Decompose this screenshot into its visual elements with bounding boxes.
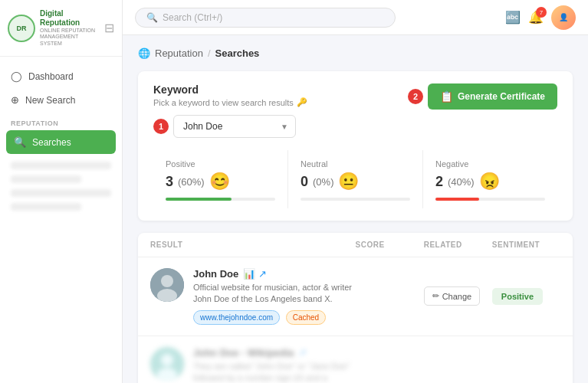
sidebar-item-searches-label: Searches [32, 137, 71, 148]
stat-negative-bar [435, 198, 545, 201]
stat-positive-number: 3 [166, 174, 173, 190]
col-score: SCORE [356, 241, 424, 249]
keyword-hint-text: Pick a keyword to view search results [153, 98, 294, 107]
generate-btn-label: Generate Certificate [458, 91, 545, 102]
sidebar-item-dashboard[interactable]: ◯ Dashboard [0, 64, 122, 88]
change-button-1[interactable]: ✏ Change [424, 286, 481, 306]
sidebar: DR Digital Reputation ONLINE REPUTATION … [0, 0, 123, 383]
sidebar-item-new-search[interactable]: ⊕ New Search [0, 88, 122, 112]
keyword-select[interactable]: John Doe Jane Doe [173, 115, 296, 138]
logo-icon: DR [8, 15, 35, 42]
col-sentiment: SENTIMENT [492, 241, 560, 249]
generate-certificate-button[interactable]: 📋 Generate Certificate [428, 83, 557, 110]
user-avatar[interactable]: 👤 [551, 5, 576, 30]
sidebar-item-searches[interactable]: 🔍 Searches [6, 130, 116, 154]
notification-badge: 7 [536, 7, 547, 18]
page-content: 🌐 Reputation / Searches Keyword Pick a k… [123, 35, 588, 383]
step2-row: 2 📋 Generate Certificate [408, 83, 557, 110]
sentiment-badge-1: Positive [492, 288, 543, 305]
keyword-header: Keyword Pick a keyword to view search re… [153, 83, 557, 138]
stat-neutral-label: Neutral [301, 159, 410, 169]
stat-neutral-value: 0 (0%) 😐 [301, 172, 410, 192]
certificate-icon: 📋 [440, 90, 453, 103]
result-avatar-1 [150, 268, 184, 302]
keyword-section: Keyword Pick a keyword to view search re… [138, 71, 573, 221]
stat-positive-pct: (60%) [178, 176, 205, 188]
blur-line-3 [11, 189, 111, 197]
globe-icon: 🌐 [138, 47, 150, 59]
stat-positive-value: 3 (60%) 😊 [166, 172, 275, 192]
result-info-1: John Doe 📊 ↗ Official website for musici… [193, 268, 356, 325]
stat-positive: Positive 3 (60%) 😊 [153, 150, 288, 208]
change-btn-label: Change [442, 292, 472, 301]
key-icon: 🔑 [297, 97, 307, 107]
stat-positive-fill [166, 198, 232, 201]
result-title-row-2: John Doe - Wikipedia ↗ [193, 347, 356, 358]
sidebar-item-new-search-label: New Search [25, 95, 75, 106]
searches-icon: 🔍 [14, 136, 26, 148]
neutral-emoji-icon: 😐 [338, 172, 359, 192]
stat-negative: Negative 2 (40%) 😠 [423, 150, 557, 208]
blur-line-4 [11, 203, 81, 211]
result-title-1: John Doe [193, 268, 238, 280]
pencil-icon: ✏ [432, 291, 439, 301]
sidebar-nav: ◯ Dashboard ⊕ New Search REPUTATION 🔍 Se… [0, 57, 122, 232]
topbar-right: 🔤 🔔 7 👤 [505, 5, 576, 30]
notification-bell-btn[interactable]: 🔔 7 [528, 10, 544, 25]
search-icon: 🔍 [146, 12, 158, 23]
new-search-icon: ⊕ [11, 94, 19, 106]
search-placeholder: Search (Ctrl+/) [163, 12, 222, 23]
avatar-svg-1 [150, 268, 184, 302]
result-title-row-1: John Doe 📊 ↗ [193, 268, 356, 280]
positive-emoji-icon: 😊 [209, 172, 230, 192]
stat-negative-fill [435, 198, 479, 201]
stats-row: Positive 3 (60%) 😊 Neutral 0 (0%) [153, 150, 557, 208]
col-result: RESULT [150, 241, 356, 249]
related-cell-1: ✏ Change [424, 286, 492, 306]
step1-row: 1 John Doe Jane Doe ▼ [153, 115, 307, 138]
svg-point-1 [161, 275, 173, 287]
table-row: John Doe - Wikipedia ↗ They are called "… [138, 336, 573, 383]
keyword-select-wrap: John Doe Jane Doe ▼ [173, 115, 296, 138]
avatar-svg-2 [150, 347, 184, 381]
translate-icon: 🔤 [505, 11, 521, 24]
blur-line-1 [11, 162, 111, 169]
result-desc-1: Official website for musician, actor & w… [193, 282, 356, 306]
stat-negative-pct: (40%) [448, 176, 475, 188]
keyword-left: Keyword Pick a keyword to view search re… [153, 83, 307, 138]
breadcrumb-separator: / [208, 47, 211, 59]
logo-subtitle: ONLINE REPUTATION MANAGEMENT SYSTEM [40, 28, 100, 47]
stat-negative-label: Negative [435, 159, 545, 169]
search-bar[interactable]: 🔍 Search (Ctrl+/) [135, 8, 396, 28]
sidebar-blurred-items [0, 154, 122, 224]
sidebar-item-dashboard-label: Dashboard [28, 71, 74, 82]
result-tags-1: www.thejohndoe.com Cached [193, 310, 356, 325]
result-icons-2: ↗ [298, 347, 307, 358]
url-tag-1[interactable]: www.thejohndoe.com [193, 310, 280, 325]
stat-negative-number: 2 [435, 174, 443, 190]
main-content: 🔍 Search (Ctrl+/) 🔤 🔔 7 👤 🌐 Reputation /… [123, 0, 588, 383]
translate-icon-btn[interactable]: 🔤 [505, 10, 521, 25]
logo-area: DR Digital Reputation ONLINE REPUTATION … [0, 0, 122, 57]
negative-emoji-icon: 😠 [479, 172, 500, 192]
bar-chart-icon[interactable]: 📊 [243, 268, 255, 280]
stat-neutral-bar [301, 198, 410, 201]
result-desc-2: They are called "John Doe" or "Jane Doe"… [193, 361, 356, 383]
logo-text-block: Digital Reputation ONLINE REPUTATION MAN… [40, 9, 100, 47]
stat-neutral-pct: (0%) [313, 176, 333, 188]
external-link-icon-1[interactable]: ↗ [258, 268, 267, 280]
result-icons-1: 📊 ↗ [243, 268, 267, 280]
dashboard-icon: ◯ [11, 70, 22, 82]
external-link-icon-2[interactable]: ↗ [298, 347, 307, 358]
cached-tag-1[interactable]: Cached [286, 310, 326, 325]
result-info-2: John Doe - Wikipedia ↗ They are called "… [193, 347, 356, 383]
sentiment-cell-1: Positive [492, 290, 560, 302]
sidebar-toggle-icon[interactable]: ⊟ [104, 21, 114, 35]
breadcrumb-parent: Reputation [155, 47, 203, 59]
result-avatar-2 [150, 347, 184, 381]
breadcrumb: 🌐 Reputation / Searches [138, 47, 573, 59]
result-title-2: John Doe - Wikipedia [193, 347, 294, 358]
keyword-title: Keyword [153, 83, 307, 96]
breadcrumb-current: Searches [215, 47, 260, 59]
stat-positive-bar [166, 198, 275, 201]
